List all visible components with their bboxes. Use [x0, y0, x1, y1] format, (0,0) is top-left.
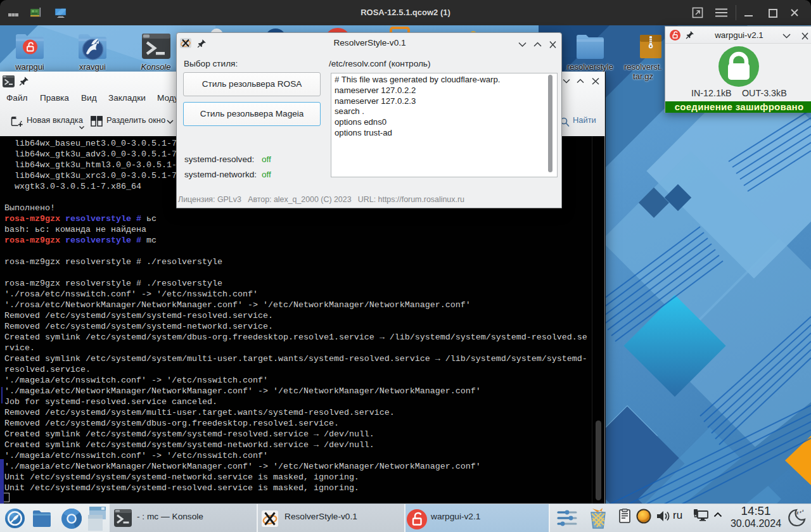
- svg-text:z: z: [800, 510, 801, 514]
- svg-text:z: z: [802, 509, 804, 512]
- svg-text:z: z: [796, 510, 799, 515]
